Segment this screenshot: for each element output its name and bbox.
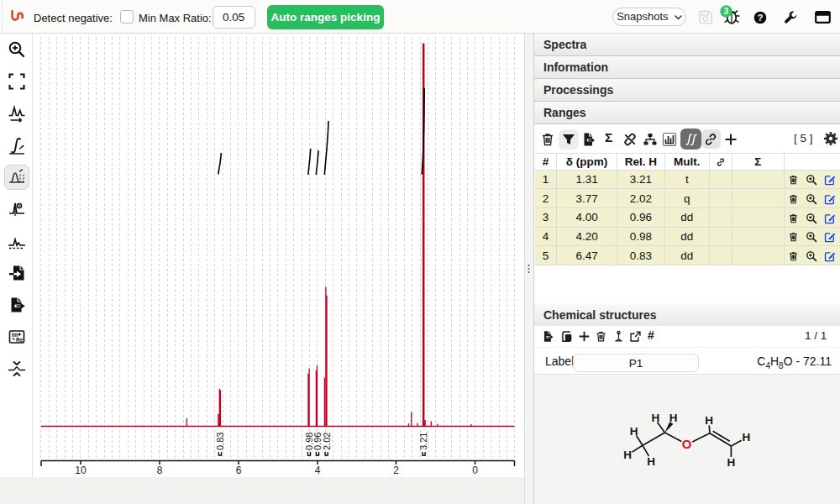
svg-text:0.83: 0.83 — [215, 433, 225, 450]
svg-text:10: 10 — [75, 465, 87, 476]
svg-text:3.21: 3.21 — [418, 433, 428, 450]
svg-text:H: H — [705, 414, 713, 427]
svg-text:O: O — [682, 437, 692, 451]
svg-text:3: 3 — [724, 6, 729, 16]
svg-text:0: 0 — [472, 465, 478, 476]
svg-text:H: H — [647, 455, 655, 468]
svg-text:Re: Re — [16, 337, 24, 343]
svg-text:4: 4 — [315, 465, 321, 476]
svg-text:H: H — [651, 412, 659, 424]
svg-text:H: H — [669, 412, 678, 424]
svg-text:H: H — [727, 456, 736, 469]
svg-text:6: 6 — [236, 465, 242, 476]
svg-text:H: H — [742, 431, 750, 444]
svg-text:2: 2 — [393, 465, 399, 476]
svg-text:H: H — [623, 449, 632, 461]
svg-text:8: 8 — [157, 465, 163, 476]
svg-text:?: ? — [757, 13, 763, 23]
svg-text:H: H — [630, 425, 638, 438]
svg-text:2.02: 2.02 — [322, 433, 332, 450]
